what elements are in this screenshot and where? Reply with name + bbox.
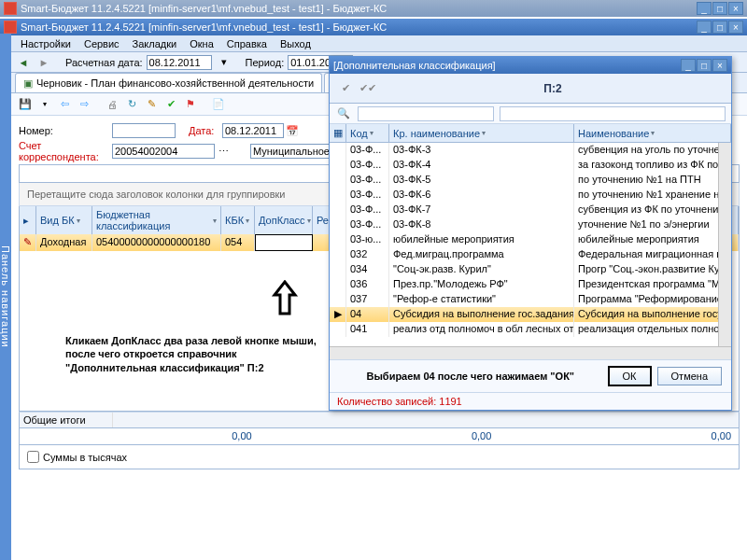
maximize-button[interactable]: □ [712, 2, 727, 15]
dlg-minimize-button[interactable]: _ [681, 59, 696, 72]
org-input[interactable] [250, 144, 334, 159]
cell-full[interactable]: Федеральная миграционная пр [574, 247, 731, 262]
cell-short[interactable]: 03-ФК-3 [389, 143, 574, 158]
search-icon[interactable]: 🔍 [335, 105, 352, 122]
cell-short[interactable]: юбилейные мероприятия [389, 232, 574, 247]
menu-settings[interactable]: Настройки [15, 37, 77, 50]
cell-full[interactable]: реализация отдельных полном [574, 322, 731, 337]
cell-short[interactable]: 03-ФК-8 [389, 217, 574, 232]
cell-full[interactable]: уточнение №1 по э/энергии [574, 217, 731, 232]
cell-short[interactable]: Субсидия на выполнение гос.задания [389, 307, 574, 322]
date-input[interactable] [222, 123, 284, 138]
dialog-grid-body[interactable]: 03-Ф...03-ФК-3субвенция на уголь по уточ… [330, 143, 731, 346]
cell-kbk[interactable]: 054 [221, 234, 255, 251]
dlg-check-icon[interactable]: ✔ [337, 80, 354, 97]
cell-dopklass[interactable] [255, 234, 313, 251]
account-input[interactable] [112, 144, 215, 159]
cell-full[interactable]: Прогр "Соц.-экон.развитие Кури [574, 262, 731, 277]
dialog-row[interactable]: 03-Ф...03-ФК-3субвенция на уголь по уточ… [330, 143, 731, 158]
cell-code[interactable]: 03-ю... [346, 232, 389, 247]
print-icon[interactable]: 🖨 [104, 96, 120, 113]
dialog-row[interactable]: 03-Ф...03-ФК-8уточнение №1 по э/энергии [330, 217, 731, 232]
copy-out-icon[interactable]: ⇨ [76, 96, 92, 113]
dlg-col-full[interactable]: Наименование▾ [574, 124, 731, 142]
dialog-row[interactable]: ▶04Субсидия на выполнение гос.заданияСуб… [330, 307, 731, 322]
save-icon[interactable]: 💾 [17, 96, 34, 113]
dialog-row[interactable]: 037"Рефор-е статистики"Программа "Реформ… [330, 292, 731, 307]
dialog-row[interactable]: 03-Ф...03-ФК-7субвенция из ФК по уточнен… [330, 203, 731, 217]
cell-full[interactable]: за газоконд топливо из ФК по у [574, 158, 731, 173]
dlg-checkall-icon[interactable]: ✔✔ [359, 80, 376, 97]
dialog-scrollbar-horizontal[interactable] [330, 346, 731, 359]
cell-full[interactable]: Программа "Реформирование с [574, 292, 731, 307]
cell-code[interactable]: 03-Ф... [346, 143, 389, 158]
search-input-2[interactable] [500, 106, 726, 121]
cell-short[interactable]: 03-ФК-7 [389, 203, 574, 217]
ok-button[interactable]: ОК [608, 366, 652, 386]
menu-windows[interactable]: Окна [184, 37, 219, 50]
menu-bookmarks[interactable]: Закладки [127, 37, 183, 50]
nav-side-panel[interactable]: Панель навигации [0, 34, 11, 560]
flag-icon[interactable]: ⚑ [182, 96, 199, 113]
calc-date-input[interactable] [147, 55, 212, 70]
dlg-col-short[interactable]: Кр. наименование▾ [389, 124, 574, 142]
nav-back-icon[interactable]: ◄ [15, 54, 32, 71]
cell-full[interactable]: субвенция из ФК по уточнению [574, 203, 731, 217]
col-bk[interactable]: Бюджетная классификация▾ [92, 206, 221, 234]
menu-exit[interactable]: Выход [275, 37, 317, 50]
thousands-checkbox[interactable] [27, 451, 39, 463]
dialog-row[interactable]: 03-Ф...03-ФК-5по уточнению №1 на ПТН [330, 173, 731, 188]
cell-code[interactable]: 03-Ф... [346, 158, 389, 173]
refresh-icon[interactable]: ↻ [123, 96, 140, 113]
cell-code[interactable]: 037 [346, 292, 389, 307]
menu-service[interactable]: Сервис [78, 37, 125, 50]
row-selector-header[interactable]: ▸ [20, 206, 36, 234]
tab-draft-pfhd[interactable]: ▣ Черновик - План финансово-хозяйственно… [15, 73, 322, 92]
cancel-button[interactable]: Отмена [657, 367, 722, 385]
calendar-icon[interactable]: ▾ [216, 54, 233, 71]
inner-window-titlebar[interactable]: Smart-Бюджет 11.2.4.5221 [minfin-server1… [0, 19, 747, 35]
menu-help[interactable]: Справка [221, 37, 273, 50]
account-lookup-icon[interactable]: ⋯ [215, 143, 232, 160]
maximize-button[interactable]: □ [712, 21, 727, 34]
cell-full[interactable]: по уточнению №1 хранение не [574, 188, 731, 203]
cell-full[interactable]: Президентская программа "Мо [574, 277, 731, 292]
cell-code[interactable]: 03-Ф... [346, 217, 389, 232]
cell-short[interactable]: "Соц-эк.разв. Курил" [389, 262, 574, 277]
dlg-maximize-button[interactable]: □ [697, 59, 712, 72]
save-dd-icon[interactable]: ▾ [36, 96, 53, 113]
col-dopklass[interactable]: ДопКласс▾ [255, 206, 313, 234]
close-button[interactable]: × [728, 2, 743, 15]
dialog-row[interactable]: 032Фед.миграц.программаФедеральная мигра… [330, 247, 731, 262]
calendar-icon[interactable]: 📅 [284, 122, 301, 139]
attach-icon[interactable]: 📄 [210, 96, 227, 113]
cell-code[interactable]: 03-Ф... [346, 188, 389, 203]
cell-short[interactable]: 03-ФК-5 [389, 173, 574, 188]
num-input[interactable] [112, 123, 176, 138]
dialog-row[interactable]: 03-Ф...03-ФК-6по уточнению №1 хранение н… [330, 188, 731, 203]
cell-full[interactable]: субвенция на уголь по уточнени [574, 143, 731, 158]
search-input-1[interactable] [358, 106, 494, 121]
cell-code[interactable]: 04 [346, 307, 389, 322]
col-vidbk[interactable]: Вид БК▾ [36, 206, 92, 234]
cell-code[interactable]: 036 [346, 277, 389, 292]
cell-short[interactable]: 03-ФК-6 [389, 188, 574, 203]
cell-code[interactable]: 03-Ф... [346, 203, 389, 217]
cell-short[interactable]: 03-ФК-4 [389, 158, 574, 173]
cell-full[interactable]: юбилейные мероприятия [574, 232, 731, 247]
dialog-titlebar[interactable]: [Дополнительная классификация] _ □ × [330, 57, 731, 74]
cell-short[interactable]: реализ отд полномоч в обл лесных отношен… [389, 322, 574, 337]
minimize-button[interactable]: _ [697, 21, 712, 34]
cell-bk[interactable]: 05400000000000000180 [92, 234, 221, 251]
copy-in-icon[interactable]: ⇦ [56, 96, 73, 113]
dialog-row[interactable]: 034"Соц-эк.разв. Курил"Прогр "Соц.-экон.… [330, 262, 731, 277]
edit-icon[interactable]: ✎ [143, 96, 160, 113]
cell-code[interactable]: 034 [346, 262, 389, 277]
dialog-row[interactable]: 03-Ф...03-ФК-4за газоконд топливо из ФК … [330, 158, 731, 173]
cell-short[interactable]: Фед.миграц.программа [389, 247, 574, 262]
cell-full[interactable]: по уточнению №1 на ПТН [574, 173, 731, 188]
dlg-col-code[interactable]: Код▾ [346, 124, 389, 142]
dialog-scrollbar-vertical[interactable] [718, 143, 731, 346]
dlg-close-button[interactable]: × [712, 59, 727, 72]
minimize-button[interactable]: _ [697, 2, 712, 15]
